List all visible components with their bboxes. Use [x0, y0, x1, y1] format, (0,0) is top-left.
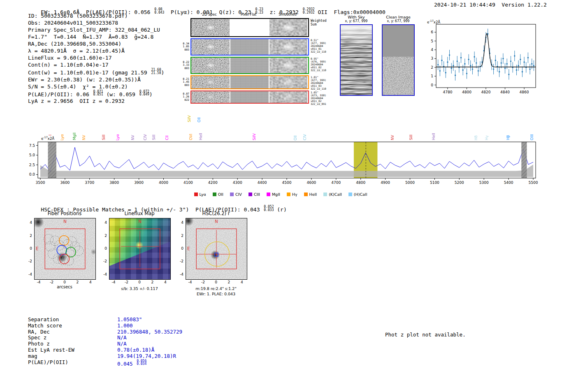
line-label-SiII: SiII	[102, 135, 106, 140]
svg-text:2.5: 2.5	[29, 163, 35, 167]
svg-text:4800: 4800	[462, 90, 471, 94]
table-row-value: N/A	[117, 341, 127, 347]
y-tick-label: 2	[25, 234, 32, 238]
emission-spot	[269, 76, 307, 88]
pixel-flat-strip	[230, 19, 269, 36]
x-tick-label: 0	[212, 280, 220, 284]
table-row-label: Photo z	[28, 341, 117, 347]
compass-north: N	[215, 219, 218, 224]
clean-image-panel: Clean Image x, y: 677, 999	[382, 15, 415, 96]
y-tick-label: -2	[100, 259, 107, 263]
info-line: Cont(w) = 1.10(±0.01)e-17 (gmag 21.59 21…	[28, 68, 164, 76]
x-tick-label: -4	[186, 280, 194, 284]
y-tick-label: -4	[25, 272, 32, 276]
row-left-labels: 0.341.05003	[182, 38, 189, 56]
x-tick-label: -2	[199, 280, 207, 284]
clean-flat-region	[383, 25, 414, 57]
svg-text:3500: 3500	[36, 181, 45, 185]
svg-text:4800: 4800	[356, 181, 365, 185]
table-row-value: N/A	[117, 335, 127, 341]
line-label-Hγ: Hγ	[485, 135, 489, 140]
table-row-label: Match score	[28, 323, 117, 329]
x-tick-label: 2	[148, 280, 156, 284]
row-right-labels: 1.01"(677, 999)20240604v011_03322_LU_110	[311, 76, 331, 90]
twod-spec-panel: 2D Spec Pixel Flat Smoothed 0.341.050030…	[182, 12, 331, 107]
info-line: Obs: 20240604v011_5003233678	[28, 19, 164, 26]
spec-row	[190, 38, 309, 56]
spec-row	[190, 75, 309, 89]
y-tick-label: -2	[25, 259, 32, 263]
svg-text:4840: 4840	[500, 90, 510, 94]
line-label-OVI: OVI	[189, 134, 193, 140]
legend-swatch	[348, 193, 352, 196]
smoothed-strip	[269, 58, 307, 73]
withsky-coords: x, y: 677, 999	[340, 19, 373, 23]
detection-info-block: ID: 5003233678 (5003233678.pdf)Obs: 2024…	[28, 12, 164, 104]
line-label-NV: NV	[390, 135, 395, 140]
fiber-positions-cutout: Fiber Positions N E arcsecs -4-4-2-20022…	[24, 208, 106, 301]
pixel-flat-strip	[230, 91, 269, 103]
table-row-value: 19.94(19.74,20.18)R	[117, 353, 176, 360]
table-row-label: Spec z	[28, 335, 117, 341]
clean-title: Clean Image	[382, 15, 415, 19]
compass-east: E	[187, 246, 190, 251]
line-label-NV: NV	[82, 135, 86, 140]
legend-swatch	[194, 193, 198, 196]
svg-text:4300: 4300	[233, 181, 242, 185]
info-line: LineFlux = 9.60(±1.60)e-17	[28, 54, 164, 61]
svg-text:4600: 4600	[307, 181, 316, 185]
svg-text:4780: 4780	[443, 90, 452, 94]
emission-line-labels: SiIILyαMgIINVSiIILyαNVCIVSiIICIISiIVOVIO…	[21, 106, 540, 141]
svg-text:3700: 3700	[85, 181, 94, 185]
table-row-value: 0.045 0.0560.034	[117, 360, 146, 367]
emission-spot	[191, 58, 230, 73]
x-tick-label: 4	[161, 280, 170, 284]
info-line: ID: 5003233678 (5003233678.pdf)	[28, 12, 164, 19]
info-line: Cont(n) = 1.10(±0.04)e-17	[28, 61, 164, 68]
line-label-Lyα: Lyα	[116, 134, 120, 140]
svg-text:3600: 3600	[60, 181, 70, 185]
pixel-flat-strip	[230, 39, 269, 55]
compass-north: N	[138, 219, 141, 224]
svg-text:5: 5	[431, 39, 433, 43]
line-fit-zoom-chart: e-17x2Å 478048004820484048600123456	[424, 19, 543, 101]
legend-swatch	[323, 193, 327, 196]
table-row-value: 1.000	[117, 323, 133, 329]
emission-spot	[191, 39, 230, 55]
line-label-SiII: SiII	[409, 135, 413, 140]
lineflux-map-cutout: Lineflux Map N s/b: 3.35 +/- 0.117 -4-4-…	[99, 208, 181, 301]
emission-spot	[191, 19, 230, 36]
lineflux-title: Lineflux Map	[99, 211, 180, 216]
legend-swatch	[267, 193, 270, 196]
y-tick-label: 0	[176, 246, 183, 251]
table-row-value: 0.78(±0.18)Å	[117, 347, 154, 353]
withsky-title: With Sky	[340, 15, 373, 19]
svg-text:5500: 5500	[529, 181, 538, 185]
hsc-image-cutout: HSC(26.2) r N E m:19.8 re:2.4" s:1.2" EW…	[175, 208, 258, 301]
x-tick-label: 4	[238, 280, 246, 284]
line-label-OII: OII	[293, 135, 297, 140]
pixel-flat-strip	[230, 76, 269, 88]
spectrum-plot-svg: 3500360037003800390040004100420043004400…	[21, 141, 540, 187]
line-label-SiIV: SiIV	[187, 115, 191, 122]
svg-text:4200: 4200	[208, 181, 218, 185]
twod-spec-strip	[191, 39, 230, 55]
table-row: P(LAE)/P(OII)0.045 0.0560.034	[28, 360, 182, 367]
svg-text:4100: 4100	[183, 181, 193, 185]
lineflux-overlay-svg	[109, 218, 170, 279]
sky-fade-overlay	[341, 25, 372, 95]
x-tick-label: 0	[60, 280, 69, 284]
hsc-overlay-svg	[186, 218, 247, 279]
legend-item-CIV: CIV	[230, 192, 242, 197]
table-row: Match score1.000	[28, 323, 182, 329]
svg-text:5300: 5300	[479, 181, 489, 185]
table-row-label: mag	[28, 353, 117, 360]
fiber-title: Fiber Positions	[24, 211, 105, 216]
svg-text:0.0: 0.0	[29, 172, 35, 176]
svg-text:4700: 4700	[331, 181, 341, 185]
y-tick-label: 2	[100, 234, 107, 238]
smoothed-strip	[269, 91, 307, 103]
y-tick-label: -2	[176, 259, 183, 263]
table-row-label: Est LyA rest-EW	[28, 347, 117, 353]
table-row: Spec zN/A	[28, 335, 182, 341]
